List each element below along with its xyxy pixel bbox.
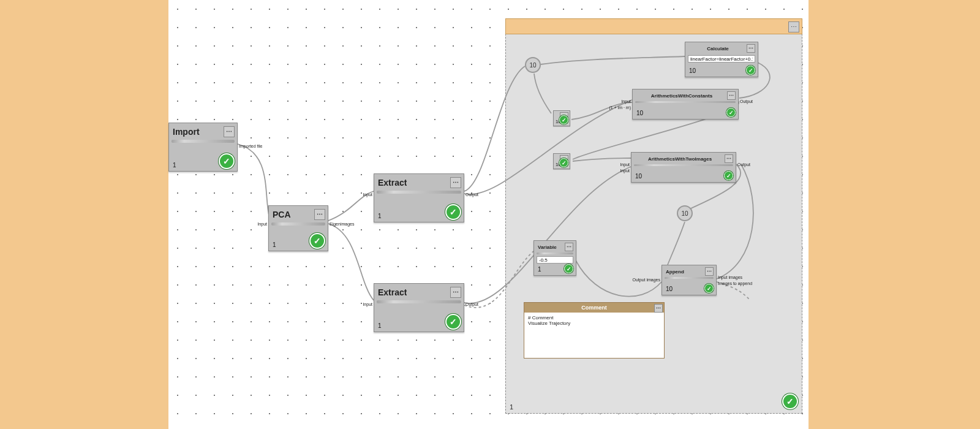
port-label: Input xyxy=(620,169,630,173)
node-variable[interactable]: Variable ⋯ 1 ✓ xyxy=(533,240,576,276)
node-title: PCA xyxy=(273,210,291,219)
sheen xyxy=(537,252,573,254)
node-comment[interactable]: Comment ⋯ # Comment Visualize Trajectory xyxy=(524,302,665,359)
check-icon: ✓ xyxy=(445,314,461,330)
node-title: Variable xyxy=(538,245,557,250)
sheen xyxy=(665,277,714,279)
iteration-badge[interactable]: 10 xyxy=(677,205,693,221)
node-title: Append xyxy=(666,269,684,275)
check-icon: ✓ xyxy=(782,393,798,409)
sheen xyxy=(377,300,461,303)
iteration-badge[interactable]: 10 xyxy=(525,57,541,73)
group-count: 1 xyxy=(510,403,513,411)
sheen xyxy=(635,101,736,103)
port-label: Output xyxy=(737,162,750,167)
node-token-1[interactable]: ⋯ 10 ✓ xyxy=(553,110,570,126)
check-icon: ✓ xyxy=(564,264,573,273)
check-icon: ✓ xyxy=(724,171,733,180)
node-extract-1[interactable]: Extract ⋯ Input Output 1 ✓ xyxy=(374,173,464,222)
node-count: 1 xyxy=(273,241,276,248)
node-pca[interactable]: PCA ⋯ Input Eigenimages 1 ✓ xyxy=(268,205,328,251)
port-label: Input xyxy=(257,222,267,226)
sheen xyxy=(634,164,733,166)
node-token-2[interactable]: ⋯ 10 ✓ xyxy=(553,153,570,169)
node-options-button[interactable]: ⋯ xyxy=(450,177,461,188)
node-count: 1 xyxy=(378,322,382,329)
port-label: Imported file xyxy=(239,144,263,148)
node-options-button[interactable]: ⋯ xyxy=(314,209,325,220)
workflow-canvas[interactable]: ⋯ 1 ✓ xyxy=(168,0,809,429)
node-count: 10 xyxy=(689,67,696,74)
port-label: Output xyxy=(740,99,753,104)
sheen xyxy=(377,191,461,194)
node-options-button[interactable]: ⋯ xyxy=(565,243,573,251)
comment-line: Visualize Trajectory xyxy=(528,321,660,326)
node-import[interactable]: Import ⋯ Imported file 1 ✓ xyxy=(168,123,238,172)
check-icon: ✓ xyxy=(309,233,325,249)
node-arith-constants[interactable]: ArithmeticsWithConstants ⋯ Input (1 + im… xyxy=(632,89,739,120)
sheen xyxy=(172,140,235,143)
node-count: 1 xyxy=(173,162,176,169)
sheen xyxy=(271,222,325,226)
check-icon: ✓ xyxy=(746,66,755,75)
port-label: Input xyxy=(621,99,631,104)
check-icon: ✓ xyxy=(726,108,736,117)
group-header[interactable]: ⋯ xyxy=(505,18,802,34)
comment-body[interactable]: # Comment Visualize Trajectory xyxy=(524,313,664,328)
port-label: Output images xyxy=(632,278,660,282)
comment-line: # Comment xyxy=(528,315,660,321)
check-icon: ✓ xyxy=(559,115,568,124)
node-count: 10 xyxy=(635,173,642,180)
port-label: (1 + im · m) xyxy=(609,105,631,110)
node-count: 10 xyxy=(666,286,673,292)
node-title: Extract xyxy=(378,287,407,297)
node-title: Calculate xyxy=(707,46,729,51)
node-title: Import xyxy=(173,127,200,137)
group-options-button[interactable]: ⋯ xyxy=(788,21,799,32)
node-options-button[interactable]: ⋯ xyxy=(224,126,235,137)
node-title: Extract xyxy=(378,178,407,188)
node-count: 10 xyxy=(636,110,643,116)
node-options-button[interactable]: ⋯ xyxy=(705,267,714,276)
comment-title: Comment xyxy=(581,305,607,311)
port-label: Eigenimages xyxy=(330,222,354,226)
node-title: ArithmeticsWithConstants xyxy=(651,93,712,99)
calculate-expression-input[interactable] xyxy=(688,55,755,63)
node-calculate[interactable]: Calculate ⋯ 10 ✓ xyxy=(685,42,758,77)
node-options-button[interactable]: ⋯ xyxy=(725,154,733,163)
check-icon: ✓ xyxy=(445,204,461,220)
port-label: Output xyxy=(466,192,478,197)
node-extract-2[interactable]: Extract ⋯ Input Output 1 ✓ xyxy=(374,283,464,332)
port-label: Input xyxy=(363,302,372,306)
node-title: ArithmeticsWithTwoImages xyxy=(648,156,712,162)
node-options-button[interactable]: ⋯ xyxy=(654,304,663,313)
port-label: Input xyxy=(620,162,630,167)
node-options-button[interactable]: ⋯ xyxy=(727,91,736,100)
node-arith-two-images[interactable]: ArithmeticsWithTwoImages ⋯ Input Input O… xyxy=(631,152,736,183)
node-append[interactable]: Append ⋯ Output images Input images Imag… xyxy=(662,265,717,295)
node-options-button[interactable]: ⋯ xyxy=(450,287,461,298)
port-label: Input xyxy=(363,192,372,197)
port-label: Images to append xyxy=(718,281,752,286)
port-label: Input images xyxy=(718,275,742,279)
stage: ⋯ 1 ✓ xyxy=(0,0,980,429)
node-options-button[interactable]: ⋯ xyxy=(747,44,755,53)
node-count: 1 xyxy=(538,266,541,273)
check-icon: ✓ xyxy=(704,284,714,293)
node-count: 1 xyxy=(378,213,382,219)
check-icon: ✓ xyxy=(219,153,235,169)
check-icon: ✓ xyxy=(559,158,568,167)
port-label: Output xyxy=(466,302,478,306)
variable-value-input[interactable] xyxy=(537,256,573,264)
